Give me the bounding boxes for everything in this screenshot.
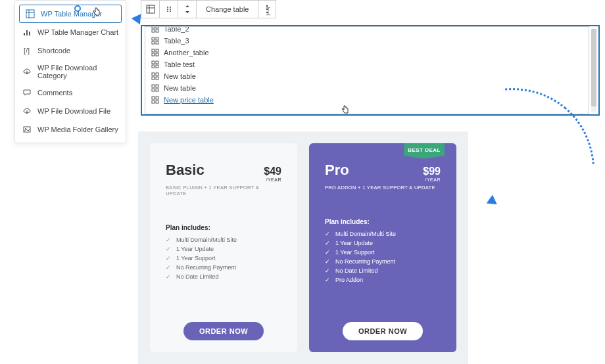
block-shortcode[interactable]: [/] Shortcode (15, 41, 126, 60)
dropdown-item-label: New price table (164, 96, 214, 104)
block-item-label: WP File Download File (37, 107, 110, 115)
svg-rect-24 (156, 30, 158, 32)
dropdown-item-label: New table (164, 72, 196, 80)
change-table-button[interactable]: Change table (197, 1, 258, 18)
svg-rect-36 (156, 65, 158, 68)
dropdown-scrollbar[interactable] (591, 29, 596, 112)
feature-item: ✓No Date Limited (166, 273, 281, 280)
best-deal-badge: BEST DEAL (404, 143, 445, 159)
gallery-icon (22, 124, 32, 135)
svg-rect-23 (152, 30, 155, 32)
svg-rect-41 (152, 85, 155, 87)
svg-rect-39 (152, 77, 155, 80)
svg-rect-27 (152, 41, 155, 44)
plan-subtitle: BASIC PLUGIN + 1 YEAR SUPPORT & UPDATE (166, 185, 281, 196)
svg-rect-30 (156, 49, 158, 52)
feature-item: ✓No Date Limited (325, 267, 441, 274)
svg-text:[/]: [/] (24, 47, 30, 55)
feature-item: ✓Multi Domain/Multi Site (166, 237, 281, 243)
comments-icon (22, 87, 32, 98)
check-icon: ✓ (166, 237, 172, 243)
svg-rect-28 (156, 41, 158, 44)
block-item-label: Comments (37, 89, 72, 97)
check-icon: ✓ (325, 231, 331, 237)
check-icon: ✓ (325, 258, 331, 265)
svg-rect-35 (152, 65, 155, 68)
table-option-tabletest[interactable]: Table test (145, 58, 589, 70)
plan-price: $49 /YEAR (264, 166, 281, 182)
check-icon: ✓ (166, 273, 172, 280)
order-now-button[interactable]: ORDER NOW (343, 322, 423, 340)
svg-rect-46 (156, 97, 158, 99)
text-cursor-icon (266, 7, 271, 16)
grid-icon (151, 95, 160, 104)
plan-includes-label: Plan includes: (325, 218, 441, 225)
chart-icon (22, 27, 32, 37)
grid-icon (151, 36, 160, 45)
svg-point-13 (170, 7, 171, 8)
svg-rect-25 (152, 37, 155, 40)
plan-subtitle: PRO ADDON + 1 YEAR SUPPORT & UPDATE (325, 185, 441, 191)
svg-rect-48 (156, 101, 158, 103)
block-wp-file-download-category[interactable]: WP File Download Category (15, 60, 126, 83)
grid-icon (151, 48, 160, 57)
svg-rect-47 (152, 101, 155, 103)
check-icon: ✓ (166, 255, 172, 262)
svg-rect-38 (156, 73, 158, 76)
svg-rect-42 (156, 85, 158, 87)
svg-point-14 (167, 9, 168, 10)
svg-rect-26 (156, 37, 158, 40)
block-wp-media-folder-gallery[interactable]: WP Media Folder Gallery (15, 120, 126, 139)
plan-includes-label: Plan includes: (166, 224, 281, 231)
svg-rect-29 (152, 49, 155, 52)
feature-item: ✓No Recurring Payment (325, 258, 441, 265)
svg-point-12 (167, 7, 168, 8)
svg-rect-34 (156, 61, 158, 64)
block-item-label: WP File Download Category (37, 64, 119, 80)
table-option-table2[interactable]: Table_2 (145, 26, 589, 35)
table-option-newtable1[interactable]: New table (145, 70, 589, 82)
table-icon (25, 9, 36, 19)
dropdown-item-label: Another_table (164, 49, 209, 57)
svg-rect-21 (152, 26, 155, 28)
dropdown-item-label: Table_2 (164, 26, 189, 33)
plan-period: /YEAR (423, 177, 441, 182)
order-now-button[interactable]: ORDER NOW (183, 322, 264, 340)
feature-list: ✓Multi Domain/Multi Site ✓1 Year Update … (166, 237, 281, 283)
dropdown-item-label: Table test (164, 60, 195, 68)
svg-point-16 (167, 11, 168, 12)
svg-rect-5 (29, 32, 30, 35)
check-icon: ✓ (325, 240, 331, 246)
grid-icon (151, 60, 160, 69)
cloud-icon (22, 66, 32, 77)
block-wp-file-download-file[interactable]: WP File Download File (15, 102, 126, 120)
svg-rect-32 (156, 53, 158, 56)
cursor-hand-icon (341, 105, 349, 114)
scrollbar-thumb[interactable] (591, 29, 596, 106)
check-icon: ✓ (325, 267, 331, 274)
pricing-table-preview: Basic $49 /YEAR BASIC PLUGIN + 1 YEAR SU… (138, 131, 468, 364)
move-button[interactable] (178, 1, 197, 18)
table-option-table3[interactable]: Table_3 (145, 35, 589, 47)
shortcode-icon: [/] (22, 45, 32, 56)
block-comments[interactable]: Comments (15, 83, 126, 102)
block-item-label: Shortcode (37, 47, 70, 55)
table-option-another[interactable]: Another_table (145, 47, 589, 58)
plan-price: $99 /YEAR (423, 166, 441, 182)
grid-icon (151, 72, 160, 81)
feature-item: ✓1 Year Support (166, 255, 281, 262)
svg-rect-22 (156, 26, 158, 28)
dropdown-item-label: New table (164, 84, 196, 92)
svg-rect-40 (156, 77, 158, 80)
check-icon: ✓ (325, 277, 331, 283)
feature-item: ✓1 Year Update (166, 246, 281, 252)
svg-rect-43 (152, 89, 155, 91)
feature-item: ✓1 Year Support (325, 249, 441, 256)
svg-rect-31 (152, 53, 155, 56)
plan-title: Pro (325, 162, 349, 179)
drag-handle-button[interactable] (160, 1, 178, 18)
dropdown-item-label: Table_3 (164, 37, 189, 45)
svg-rect-37 (152, 73, 155, 76)
plan-period: /YEAR (264, 177, 281, 182)
feature-list: ✓Multi Domain/Multi Site ✓1 Year Update … (325, 231, 441, 286)
